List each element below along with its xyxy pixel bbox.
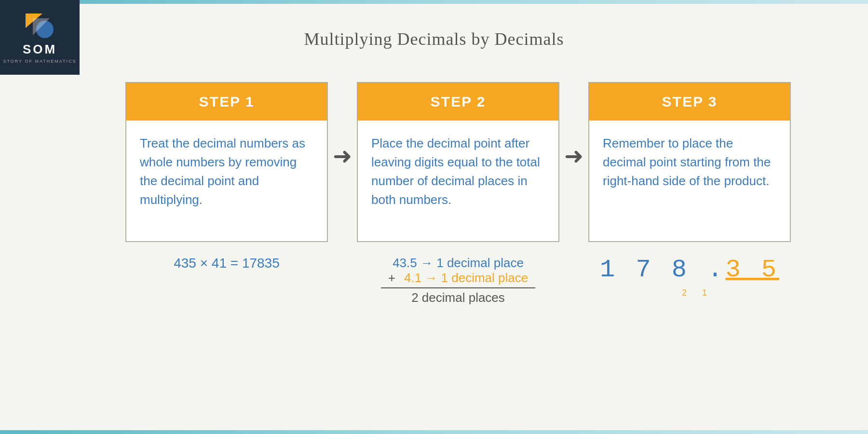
logo-subtext: STORY OF MATHEMATICS <box>3 59 76 64</box>
step2-header: STEP 2 <box>358 83 558 121</box>
step2-line2: + 4.1 → 1 decimal place <box>381 271 535 285</box>
step3-header: STEP 3 <box>589 83 790 121</box>
step3-example: 1 7 8 .3 5 2 1 <box>600 256 779 298</box>
step2-divider <box>381 287 535 288</box>
step2-line3: 2 decimal places <box>381 290 535 305</box>
steps-container: STEP 1 Treat the decimal numbers as whol… <box>77 82 839 305</box>
step2-card: STEP 2 Place the decimal point after lea… <box>357 82 559 242</box>
step1-body: Treat the decimal numbers as whole numbe… <box>126 121 327 241</box>
step3-body: Remember to place the decimal point star… <box>589 121 790 241</box>
step2-line1: 43.5 → 1 decimal place <box>381 256 535 271</box>
step1-card: STEP 1 Treat the decimal numbers as whol… <box>125 82 328 242</box>
step1-header: STEP 1 <box>126 83 327 121</box>
top-bar <box>0 0 868 4</box>
step3-wrapper: STEP 3 Remember to place the decimal poi… <box>588 82 791 298</box>
step2-example: 43.5 → 1 decimal place + 4.1 → 1 decimal… <box>381 256 535 305</box>
arrow2-icon: ➜ <box>564 145 583 168</box>
step2-text: Place the decimal point after leaving di… <box>371 134 545 209</box>
step3-card: STEP 3 Remember to place the decimal poi… <box>588 82 791 242</box>
step3-text: Remember to place the decimal point star… <box>603 134 776 190</box>
bottom-bar <box>0 430 868 434</box>
step1-example: 435 × 41 = 17835 <box>174 256 280 271</box>
arrow2-wrapper: ➜ <box>559 82 588 168</box>
step1-wrapper: STEP 1 Treat the decimal numbers as whol… <box>125 82 328 271</box>
step1-text: Treat the decimal numbers as whole numbe… <box>140 134 313 209</box>
step2-body: Place the decimal point after leaving di… <box>358 121 558 241</box>
step1-equation: 435 × 41 = 17835 <box>174 256 280 271</box>
arrow1-wrapper: ➜ <box>328 82 357 168</box>
arrow1-icon: ➜ <box>333 145 352 168</box>
main-title: Multiplying Decimals by Decimals <box>0 29 868 49</box>
step2-wrapper: STEP 2 Place the decimal point after lea… <box>357 82 559 305</box>
step3-title: STEP 3 <box>662 94 718 109</box>
step3-sub1: 2 <box>682 288 687 298</box>
step3-sublabels: 2 1 <box>672 288 707 298</box>
step1-title: STEP 1 <box>199 94 255 109</box>
step3-sub2: 1 <box>702 288 707 298</box>
step3-number: 1 7 8 .3 5 <box>600 256 779 284</box>
step2-title: STEP 2 <box>431 94 486 109</box>
